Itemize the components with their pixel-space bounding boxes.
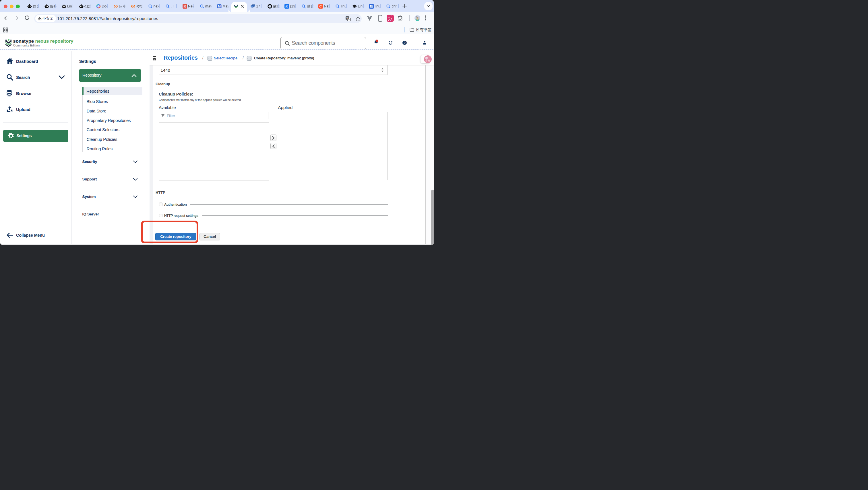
svg-text:简: 简: [183, 5, 186, 8]
svg-text:r: r: [8, 39, 9, 42]
svg-text:M: M: [218, 5, 221, 8]
svg-text:A: A: [428, 59, 430, 62]
svg-text:C: C: [319, 5, 322, 8]
svg-text:知: 知: [285, 5, 288, 8]
svg-text:G: G: [348, 19, 350, 21]
svg-text:A: A: [391, 18, 392, 21]
